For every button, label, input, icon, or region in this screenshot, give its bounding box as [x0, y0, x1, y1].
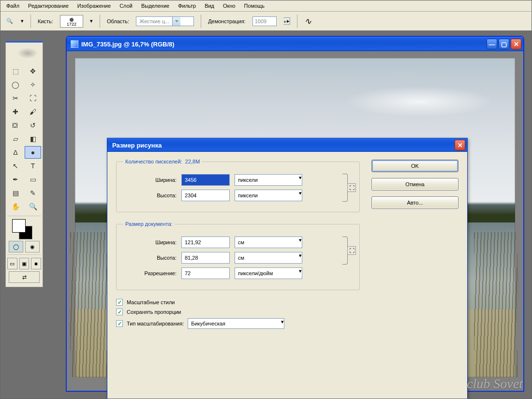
menu-select[interactable]: Выделение — [137, 1, 173, 10]
tool-heal[interactable]: ✚ — [7, 105, 24, 118]
close-button[interactable]: ✕ — [511, 39, 521, 49]
brush-stroke-icon[interactable]: ∿ — [304, 16, 311, 27]
area-combo[interactable]: Жесткие ц... — [136, 16, 194, 26]
menu-view[interactable]: Вид — [201, 1, 218, 10]
tool-dodge[interactable]: ● — [25, 146, 41, 159]
resolution-unit: пиксели/дюйм — [238, 270, 273, 276]
separator — [201, 15, 201, 28]
tool-history[interactable]: ↺ — [25, 119, 41, 132]
doc-height-unit: см — [238, 255, 244, 261]
tool-eyedrop[interactable]: ✎ — [25, 187, 41, 199]
scale-styles-checkbox[interactable]: ✓ — [116, 299, 123, 306]
px-width-unit-combo[interactable]: пиксели ▾ — [235, 174, 302, 186]
tool-lasso[interactable]: ◯ — [7, 78, 24, 91]
doc-height-label: Высота: — [123, 255, 177, 261]
doc-legend: Размер документа: — [123, 221, 175, 227]
resolution-input[interactable]: 72 — [181, 267, 230, 279]
screenmode-full-icon[interactable]: ▣ — [19, 258, 30, 269]
color-swatches[interactable] — [7, 216, 41, 239]
px-height-unit-combo[interactable]: пиксели ▾ — [235, 190, 302, 201]
menu-layer[interactable]: Слой — [116, 1, 136, 10]
screenmode-standard-icon[interactable]: ▭ — [7, 258, 17, 269]
tool-brush[interactable]: 🖌 — [25, 105, 41, 118]
separator — [30, 15, 31, 28]
tool-dropdown-icon[interactable]: ▾ — [21, 18, 24, 24]
tool-zoom[interactable]: 🔍 — [25, 200, 41, 213]
tool-crop[interactable]: ✂ — [7, 92, 24, 104]
tool-hand[interactable]: ✋ — [7, 200, 24, 213]
brush-size-value: 1722 — [67, 22, 76, 27]
workspace: ⬚ ✥ ◯ ✧ ✂ ⛶ ✚ 🖌 ⛋ ↺ ▱ ◧ ∆ ● ↖ T ✒ ▭ ▤ ✎ … — [0, 30, 532, 399]
tool-marquee[interactable]: ⬚ — [7, 65, 24, 77]
chevron-down-icon[interactable]: ▾ — [281, 319, 284, 328]
chevron-down-icon[interactable]: ▾ — [299, 237, 302, 248]
dialog-close-button[interactable]: ✕ — [455, 140, 465, 150]
app-logo-icon — [7, 44, 41, 64]
tool-wand[interactable]: ✧ — [25, 78, 41, 91]
menubar: Файл Редактирование Изображение Слой Выд… — [0, 0, 532, 12]
pixel-total: 22,8M — [185, 159, 200, 164]
constrain-checkbox[interactable]: ✓ — [116, 309, 123, 315]
cancel-button[interactable]: Отмена — [371, 178, 458, 191]
tool-eraser[interactable]: ▱ — [7, 133, 24, 145]
chevron-down-icon[interactable] — [172, 17, 180, 26]
menu-edit[interactable]: Редактирование — [24, 1, 73, 10]
screenmode-fullscreen-icon[interactable]: ■ — [31, 258, 41, 269]
menu-window[interactable]: Окно — [219, 1, 239, 10]
chevron-down-icon[interactable]: ▾ — [299, 268, 302, 279]
resample-combo[interactable]: Бикубическая ▾ — [188, 318, 284, 329]
pixel-legend: Количество пискселей: — [125, 159, 182, 164]
auto-button[interactable]: Авто... — [371, 196, 458, 209]
brush-dropdown-icon[interactable]: ▾ — [90, 18, 93, 24]
separator — [297, 15, 297, 28]
constrain-label: Сохранять пропорции — [127, 309, 181, 315]
px-width-input[interactable]: 3456 — [181, 174, 230, 186]
doc-height-input[interactable]: 81,28 — [181, 252, 230, 264]
demo-arrow-icon[interactable]: ▸ — [283, 17, 290, 25]
foreground-swatch[interactable] — [12, 219, 26, 233]
minimize-button[interactable]: — — [487, 39, 497, 49]
menu-file[interactable]: Файл — [2, 1, 23, 10]
current-tool-icon[interactable]: 🔍 — [5, 17, 14, 26]
px-height-input[interactable]: 2304 — [181, 190, 230, 201]
doc-height-unit-combo[interactable]: см ▾ — [235, 252, 302, 264]
px-height-unit: пиксели — [238, 192, 258, 198]
chevron-down-icon[interactable]: ▾ — [299, 190, 302, 201]
resample-checkbox[interactable]: ✓ — [116, 320, 123, 327]
link-icon[interactable]: ⛶ — [347, 183, 356, 192]
doc-width-input[interactable]: 121,92 — [181, 236, 230, 248]
tool-blur[interactable]: ∆ — [7, 146, 24, 159]
quickmask-mode-icon[interactable]: ◉ — [25, 241, 40, 252]
demo-input[interactable]: 1009 — [252, 16, 277, 26]
dialog-titlebar[interactable]: Размер рисунка ✕ — [107, 138, 467, 152]
area-value: Жесткие ц... — [136, 18, 172, 24]
document-titlebar[interactable]: IMG_7355.jpg @ 16,7% (RGB/8) — ▢ ✕ — [67, 37, 523, 51]
chevron-down-icon[interactable]: ▾ — [299, 175, 302, 185]
maximize-button[interactable]: ▢ — [499, 39, 509, 49]
resample-value: Бикубическая — [191, 321, 225, 326]
tool-shape[interactable]: ▭ — [25, 173, 41, 186]
chevron-down-icon[interactable]: ▾ — [299, 252, 302, 263]
tool-path[interactable]: ↖ — [7, 160, 24, 172]
separator — [100, 15, 100, 28]
menu-filter[interactable]: Фильтр — [174, 1, 200, 10]
tool-move[interactable]: ✥ — [25, 65, 41, 77]
tool-pen[interactable]: ✒ — [7, 173, 24, 186]
tool-stamp[interactable]: ⛋ — [7, 119, 24, 132]
standard-mode-icon[interactable]: ◯ — [9, 241, 23, 252]
tool-gradient[interactable]: ◧ — [25, 133, 41, 145]
brush-preview[interactable]: 1722 — [60, 15, 83, 28]
menu-help[interactable]: Помощь — [240, 1, 269, 10]
tool-text[interactable]: T — [25, 160, 41, 172]
doc-width-label: Ширина: — [123, 239, 177, 245]
tool-slice[interactable]: ⛶ — [25, 92, 41, 104]
document-icon — [71, 40, 78, 48]
doc-width-unit-combo[interactable]: см ▾ — [235, 236, 302, 248]
tool-notes[interactable]: ▤ — [7, 187, 24, 199]
px-width-label: Ширина: — [123, 177, 177, 183]
ok-button[interactable]: OK — [371, 160, 458, 172]
link-icon[interactable]: ⛶ — [347, 246, 356, 255]
jump-to-icon[interactable]: ⇄ — [9, 271, 40, 283]
menu-image[interactable]: Изображение — [74, 1, 115, 10]
resolution-unit-combo[interactable]: пиксели/дюйм ▾ — [235, 267, 302, 279]
